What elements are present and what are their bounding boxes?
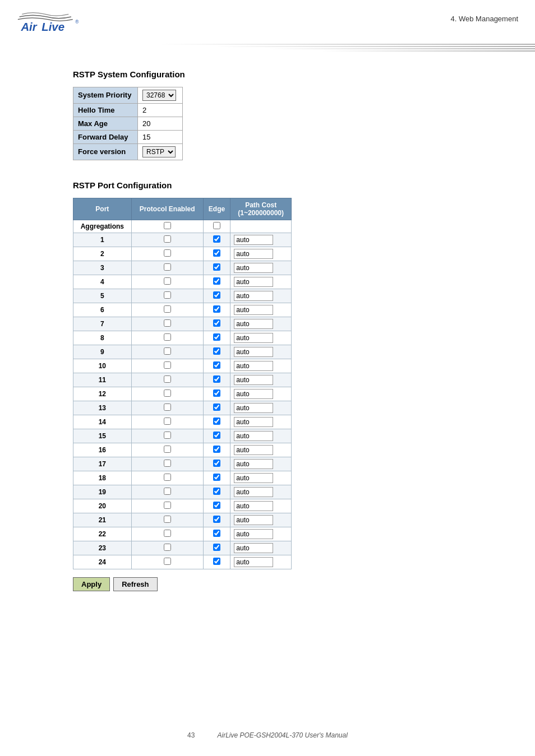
protocol-enabled-checkbox[interactable] bbox=[164, 474, 171, 481]
edge-checkbox[interactable] bbox=[213, 558, 220, 565]
path-cost-input[interactable] bbox=[234, 389, 273, 399]
path-cost-cell[interactable] bbox=[230, 359, 292, 373]
protocol-enabled-cell[interactable] bbox=[131, 541, 203, 555]
refresh-button[interactable]: Refresh bbox=[113, 577, 157, 591]
edge-checkbox[interactable] bbox=[213, 474, 220, 481]
edge-cell[interactable] bbox=[203, 387, 230, 401]
protocol-enabled-checkbox[interactable] bbox=[164, 222, 171, 229]
path-cost-input[interactable] bbox=[234, 375, 273, 385]
protocol-enabled-checkbox[interactable] bbox=[164, 446, 171, 453]
protocol-enabled-checkbox[interactable] bbox=[164, 530, 171, 537]
edge-cell[interactable] bbox=[203, 527, 230, 541]
path-cost-cell[interactable] bbox=[230, 261, 292, 275]
edge-checkbox[interactable] bbox=[213, 432, 220, 439]
path-cost-input[interactable] bbox=[234, 235, 273, 245]
path-cost-input[interactable] bbox=[234, 473, 273, 483]
path-cost-input[interactable] bbox=[234, 431, 273, 441]
protocol-enabled-cell[interactable] bbox=[131, 247, 203, 261]
path-cost-input[interactable] bbox=[234, 347, 273, 357]
edge-checkbox[interactable] bbox=[213, 222, 220, 229]
path-cost-input[interactable] bbox=[234, 333, 273, 343]
path-cost-input[interactable] bbox=[234, 361, 273, 371]
path-cost-cell[interactable] bbox=[230, 275, 292, 289]
path-cost-cell[interactable] bbox=[230, 499, 292, 513]
edge-cell[interactable] bbox=[203, 233, 230, 247]
protocol-enabled-cell[interactable] bbox=[131, 401, 203, 415]
protocol-enabled-cell[interactable] bbox=[131, 373, 203, 387]
path-cost-cell[interactable] bbox=[230, 331, 292, 345]
system-priority-cell[interactable]: 32768 bbox=[138, 87, 183, 103]
edge-checkbox[interactable] bbox=[213, 530, 220, 537]
path-cost-cell[interactable] bbox=[230, 373, 292, 387]
path-cost-input[interactable] bbox=[234, 417, 273, 427]
edge-cell[interactable] bbox=[203, 485, 230, 499]
path-cost-cell[interactable] bbox=[230, 513, 292, 527]
path-cost-input[interactable] bbox=[234, 249, 273, 259]
path-cost-input[interactable] bbox=[234, 445, 273, 455]
path-cost-input[interactable] bbox=[234, 277, 273, 287]
protocol-enabled-cell[interactable] bbox=[131, 513, 203, 527]
path-cost-cell[interactable] bbox=[230, 415, 292, 429]
protocol-enabled-checkbox[interactable] bbox=[164, 460, 171, 467]
protocol-enabled-cell[interactable] bbox=[131, 457, 203, 471]
protocol-enabled-checkbox[interactable] bbox=[164, 544, 171, 551]
protocol-enabled-checkbox[interactable] bbox=[164, 277, 171, 285]
path-cost-cell[interactable] bbox=[230, 289, 292, 303]
path-cost-input[interactable] bbox=[234, 403, 273, 413]
protocol-enabled-cell[interactable] bbox=[131, 429, 203, 443]
path-cost-input[interactable] bbox=[234, 459, 273, 469]
protocol-enabled-checkbox[interactable] bbox=[164, 333, 171, 341]
path-cost-input[interactable] bbox=[234, 319, 273, 329]
edge-checkbox[interactable] bbox=[213, 502, 220, 509]
force-version-select[interactable]: RSTP STP bbox=[142, 146, 176, 157]
protocol-enabled-cell[interactable] bbox=[131, 261, 203, 275]
edge-checkbox[interactable] bbox=[213, 544, 220, 551]
path-cost-input[interactable] bbox=[234, 487, 273, 497]
path-cost-input[interactable] bbox=[234, 543, 273, 553]
path-cost-cell[interactable] bbox=[230, 401, 292, 415]
protocol-enabled-cell[interactable] bbox=[131, 443, 203, 457]
edge-cell[interactable] bbox=[203, 373, 230, 387]
edge-cell[interactable] bbox=[203, 415, 230, 429]
path-cost-input[interactable] bbox=[234, 263, 273, 273]
edge-checkbox[interactable] bbox=[213, 403, 220, 411]
protocol-enabled-cell[interactable] bbox=[131, 289, 203, 303]
protocol-enabled-cell[interactable] bbox=[131, 233, 203, 247]
edge-cell[interactable] bbox=[203, 261, 230, 275]
force-version-cell[interactable]: RSTP STP bbox=[138, 143, 183, 160]
path-cost-cell[interactable] bbox=[230, 527, 292, 541]
protocol-enabled-checkbox[interactable] bbox=[164, 319, 171, 327]
edge-checkbox[interactable] bbox=[213, 375, 220, 383]
edge-cell[interactable] bbox=[203, 555, 230, 569]
edge-checkbox[interactable] bbox=[213, 249, 220, 257]
edge-cell[interactable] bbox=[203, 345, 230, 359]
protocol-enabled-cell[interactable] bbox=[131, 275, 203, 289]
path-cost-cell[interactable] bbox=[230, 247, 292, 261]
edge-checkbox[interactable] bbox=[213, 446, 220, 453]
path-cost-cell[interactable] bbox=[230, 345, 292, 359]
edge-checkbox[interactable] bbox=[213, 418, 220, 425]
edge-cell[interactable] bbox=[203, 457, 230, 471]
protocol-enabled-checkbox[interactable] bbox=[164, 235, 171, 243]
edge-cell[interactable] bbox=[203, 275, 230, 289]
protocol-enabled-checkbox[interactable] bbox=[164, 389, 171, 397]
path-cost-cell[interactable] bbox=[230, 443, 292, 457]
edge-checkbox[interactable] bbox=[213, 277, 220, 285]
path-cost-cell[interactable] bbox=[230, 303, 292, 317]
edge-checkbox[interactable] bbox=[213, 460, 220, 467]
path-cost-input[interactable] bbox=[234, 305, 273, 315]
edge-cell[interactable] bbox=[203, 247, 230, 261]
protocol-enabled-checkbox[interactable] bbox=[164, 249, 171, 257]
edge-cell[interactable] bbox=[203, 289, 230, 303]
edge-checkbox[interactable] bbox=[213, 333, 220, 341]
protocol-enabled-cell[interactable] bbox=[131, 527, 203, 541]
protocol-enabled-checkbox[interactable] bbox=[164, 347, 171, 355]
system-priority-select[interactable]: 32768 bbox=[142, 90, 176, 101]
edge-cell[interactable] bbox=[203, 317, 230, 331]
path-cost-cell[interactable] bbox=[230, 471, 292, 485]
edge-cell[interactable] bbox=[203, 429, 230, 443]
edge-cell[interactable] bbox=[203, 220, 230, 233]
protocol-enabled-checkbox[interactable] bbox=[164, 502, 171, 509]
protocol-enabled-checkbox[interactable] bbox=[164, 305, 171, 313]
edge-checkbox[interactable] bbox=[213, 361, 220, 369]
